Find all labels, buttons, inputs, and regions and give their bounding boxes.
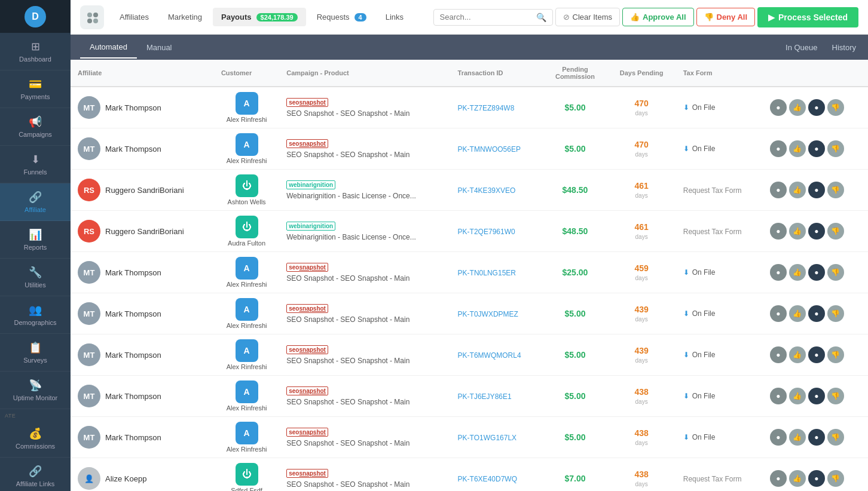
transaction-id-cell[interactable]: PK-T0JWXDPMEZ [451, 293, 543, 335]
sidebar-item-campaigns[interactable]: 📢 Campaigns [0, 108, 71, 146]
transaction-id[interactable]: PK-T2QE7961W0 [458, 228, 515, 236]
approve-button[interactable]: 👍 [789, 388, 806, 404]
select-dark-button[interactable]: ● [808, 388, 825, 404]
select-button[interactable]: ● [770, 305, 787, 322]
search-input[interactable] [440, 13, 536, 22]
transaction-id[interactable]: PK-TMNWOO56EP [458, 145, 521, 154]
transaction-id[interactable]: PK-TN0LNG15ER [458, 269, 516, 277]
select-button[interactable]: ● [770, 429, 787, 446]
sidebar-item-demographics[interactable]: 👥 Demographics [0, 296, 71, 334]
col-customer: Customer [214, 60, 279, 87]
request-tax-form[interactable]: Request Tax Form [683, 186, 742, 195]
deny-button[interactable]: 👎 [827, 182, 844, 198]
select-dark-button[interactable]: ● [808, 470, 825, 487]
transaction-id-cell[interactable]: PK-TO1WG167LX [451, 417, 543, 458]
select-button[interactable]: ● [770, 388, 787, 404]
approve-button[interactable]: 👍 [789, 182, 806, 198]
tax-form-cell[interactable]: Request Tax Form [676, 170, 763, 211]
select-dark-button[interactable]: ● [808, 223, 825, 240]
transaction-id-cell[interactable]: PK-T4KE39XVEO [451, 170, 543, 211]
deny-button[interactable]: 👎 [827, 388, 844, 404]
deny-button[interactable]: 👎 [827, 346, 844, 363]
transaction-id-cell[interactable]: PK-TJ6EJY86E1 [451, 376, 543, 417]
select-button[interactable]: ● [770, 470, 787, 487]
deny-button[interactable]: 👎 [827, 99, 844, 116]
select-dark-button[interactable]: ● [808, 346, 825, 363]
campaign-name: SEO Snapshot - SEO Snapshot - Main [286, 109, 443, 118]
approve-button[interactable]: 👍 [789, 429, 806, 446]
select-dark-button[interactable]: ● [808, 99, 825, 116]
deny-all-button[interactable]: 👎 Deny All [696, 8, 756, 26]
approve-button[interactable]: 👍 [789, 264, 806, 281]
transaction-id-cell[interactable]: PK-T6MWQMORL4 [451, 335, 543, 376]
subnav-history[interactable]: History [830, 37, 858, 58]
deny-button[interactable]: 👎 [827, 305, 844, 322]
transaction-id-cell[interactable]: PK-TZ7EZ894W8 [451, 87, 543, 128]
select-button[interactable]: ● [770, 223, 787, 240]
tab-marketing[interactable]: Marketing [160, 8, 210, 26]
approve-button[interactable]: 👍 [789, 140, 806, 157]
sidebar-item-affiliate[interactable]: 🔗 Affiliate [0, 183, 71, 221]
sidebar-item-affiliate-links[interactable]: 🔗 Affiliate Links [0, 458, 71, 491]
surveys-icon: 📋 [29, 341, 42, 354]
transaction-id-cell[interactable]: PK-TMNWOO56EP [451, 128, 543, 170]
transaction-id-cell[interactable]: PK-TN0LNG15ER [451, 252, 543, 293]
transaction-id[interactable]: PK-TJ6EJY86E1 [458, 392, 512, 401]
sidebar-item-reports[interactable]: 📊 Reports [0, 221, 71, 259]
sidebar-item-payments[interactable]: 💳 Payments [0, 70, 71, 108]
tab-requests[interactable]: Requests 4 [308, 8, 375, 26]
subnav-tab-manual[interactable]: Manual [137, 37, 182, 58]
sidebar-item-funnels[interactable]: ⬇ Funnels [0, 146, 71, 183]
transaction-id[interactable]: PK-T6MWQMORL4 [458, 351, 521, 360]
approve-all-button[interactable]: 👍 Approve All [622, 8, 693, 26]
subnav-tab-automated[interactable]: Automated [80, 36, 137, 59]
days-pending-cell: 459 days [607, 252, 676, 293]
sidebar-item-dashboard[interactable]: ⊞ Dashboard [0, 33, 71, 70]
select-button[interactable]: ● [770, 140, 787, 157]
process-selected-button[interactable]: ▶ Process Selected [757, 7, 858, 27]
subnav-in-queue[interactable]: In Queue [783, 37, 820, 58]
transaction-id[interactable]: PK-T6XE40D7WQ [458, 475, 517, 483]
tax-form-cell[interactable]: Request Tax Form [676, 211, 763, 252]
transaction-id[interactable]: PK-T4KE39XVEO [458, 186, 516, 195]
sidebar-item-utilities[interactable]: 🔧 Utilities [0, 259, 71, 296]
select-button[interactable]: ● [770, 264, 787, 281]
select-dark-button[interactable]: ● [808, 264, 825, 281]
tax-form-cell[interactable]: Request Tax Form [676, 458, 763, 492]
request-tax-form[interactable]: Request Tax Form [683, 475, 742, 483]
request-tax-form[interactable]: Request Tax Form [683, 228, 742, 236]
deny-button[interactable]: 👎 [827, 429, 844, 446]
affiliate-cell: MT Mark Thompson [71, 335, 214, 376]
approve-button[interactable]: 👍 [789, 470, 806, 487]
tab-affiliates[interactable]: Affiliates [111, 8, 157, 26]
clear-items-button[interactable]: ⊘ Clear Items [555, 8, 620, 26]
deny-button[interactable]: 👎 [827, 264, 844, 281]
tab-payouts[interactable]: Payouts $24,178.39 [213, 8, 306, 26]
select-dark-button[interactable]: ● [808, 182, 825, 198]
search-box[interactable]: 🔍 [433, 9, 553, 26]
approve-button[interactable]: 👍 [789, 346, 806, 363]
approve-button[interactable]: 👍 [789, 99, 806, 116]
select-button[interactable]: ● [770, 99, 787, 116]
customer-cell: A Alex Rinfreshi [214, 87, 279, 128]
select-button[interactable]: ● [770, 346, 787, 363]
select-dark-button[interactable]: ● [808, 140, 825, 157]
select-dark-button[interactable]: ● [808, 429, 825, 446]
approve-button[interactable]: 👍 [789, 223, 806, 240]
transaction-id-cell[interactable]: PK-T2QE7961W0 [451, 211, 543, 252]
transaction-id[interactable]: PK-TO1WG167LX [458, 434, 516, 442]
sidebar-item-surveys[interactable]: 📋 Surveys [0, 334, 71, 372]
tab-links[interactable]: Links [377, 8, 412, 26]
affiliate-cell: MT Mark Thompson [71, 252, 214, 293]
deny-button[interactable]: 👎 [827, 223, 844, 240]
sidebar-item-commissions[interactable]: 💰 Commissions [0, 420, 71, 458]
transaction-id[interactable]: PK-T0JWXDPMEZ [458, 310, 518, 318]
deny-button[interactable]: 👎 [827, 140, 844, 157]
select-button[interactable]: ● [770, 182, 787, 198]
sidebar-item-uptime-monitor[interactable]: 📡 Uptime Monitor [0, 372, 71, 409]
deny-button[interactable]: 👎 [827, 470, 844, 487]
transaction-id[interactable]: PK-TZ7EZ894W8 [458, 104, 515, 112]
select-dark-button[interactable]: ● [808, 305, 825, 322]
approve-button[interactable]: 👍 [789, 305, 806, 322]
transaction-id-cell[interactable]: PK-T6XE40D7WQ [451, 458, 543, 492]
